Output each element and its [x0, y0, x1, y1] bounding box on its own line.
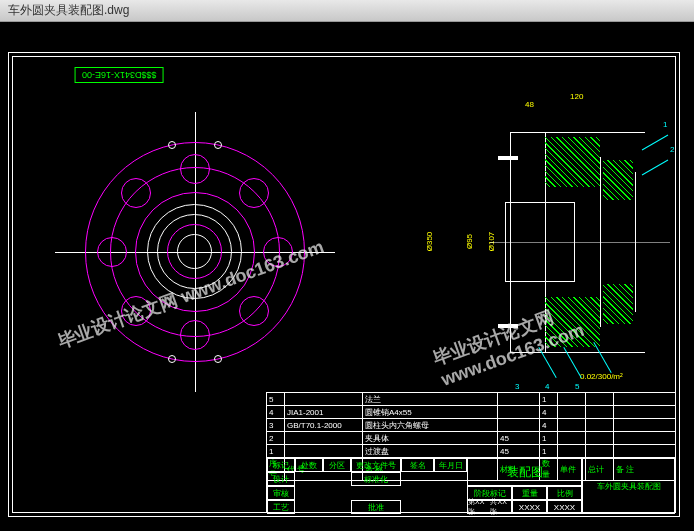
balloon-1: 1	[663, 120, 667, 129]
tb-label: 处数	[295, 458, 323, 472]
dim-dia1: Ø350	[425, 232, 434, 252]
centerline	[490, 242, 670, 243]
bolt-hole	[180, 320, 210, 350]
tb-value: XXXX	[547, 500, 582, 514]
pin-hole	[168, 355, 176, 363]
bolt-hole	[263, 237, 293, 267]
balloon-4: 4	[545, 382, 549, 391]
edge	[510, 132, 645, 133]
tb-value: XXXX	[512, 500, 547, 514]
edge	[510, 352, 645, 353]
drawing-name: 车外圆夹具装配图	[582, 458, 675, 514]
side-view: 48 120 Ø350 Ø95 Ø107 0.02/300/m² 1 2 3 4…	[390, 92, 670, 392]
bom-row: 3GB/T70.1-2000圆柱头内六角螺母4	[267, 419, 676, 432]
bolt	[498, 322, 528, 330]
title-block: 装配图 车外圆夹具装配图 标记 处数 分区 更改文件号 签名 年月日 设计 标准…	[266, 457, 676, 513]
gd-tol: 0.02/300/m²	[580, 372, 623, 381]
window-title-bar: 车外圆夹具装配图.dwg	[0, 0, 694, 22]
tb-label: 批准	[351, 500, 401, 514]
part-number-box: $$$D341X-16E-00	[75, 67, 164, 83]
tb-label: 标记	[267, 458, 295, 472]
pin-hole	[214, 141, 222, 149]
cad-canvas[interactable]: $$$D341X-16E-00 48 120 Ø350 Ø95 Ø107 0.	[0, 22, 694, 531]
hatch-section	[545, 297, 600, 347]
leader	[642, 135, 668, 151]
bolt-hole	[121, 296, 151, 326]
tb-label: 设计	[267, 472, 295, 486]
bolt-hole	[239, 178, 269, 208]
front-view	[65, 122, 325, 382]
pin-hole	[168, 141, 176, 149]
balloon-5: 5	[575, 382, 579, 391]
bom-row: 5法兰1	[267, 393, 676, 406]
balloon-3: 3	[515, 382, 519, 391]
hatch-section	[545, 137, 600, 187]
assembly-title: 装配图	[467, 458, 582, 486]
tb-label: 审核	[267, 486, 295, 500]
window-title: 车外圆夹具装配图.dwg	[8, 2, 129, 19]
dim-top2: 120	[570, 92, 583, 101]
bom-row: 2夹具体451	[267, 432, 676, 445]
hatch-section	[603, 160, 633, 200]
bolt-hole	[97, 237, 127, 267]
tb-label: 标准化	[351, 472, 401, 486]
tb-sheet: 第XX张 共XX张	[467, 500, 512, 514]
hatch-section	[603, 284, 633, 324]
tb-label: 比例	[547, 486, 582, 500]
leader	[642, 160, 668, 176]
tb-label: 分区	[323, 458, 351, 472]
pin-hole	[214, 355, 222, 363]
bom-row: 1过渡盘451	[267, 445, 676, 458]
tb-label: 工艺	[267, 500, 295, 514]
tb-label: 重量	[512, 486, 547, 500]
tb-label: 更改文件号	[351, 458, 401, 472]
dim-dia2: Ø95	[465, 234, 474, 249]
tb-label: 年月日	[434, 458, 467, 472]
balloon-2: 2	[670, 145, 674, 154]
bolt-hole	[121, 178, 151, 208]
dim-top1: 48	[525, 100, 534, 109]
bom-row: 4JIA1-2001圆锥销A4x554	[267, 406, 676, 419]
bolt-hole	[180, 154, 210, 184]
bolt	[498, 154, 528, 162]
tb-label: 签名	[401, 458, 434, 472]
leader	[593, 342, 611, 373]
bolt-hole	[239, 296, 269, 326]
center-circle	[177, 234, 212, 269]
